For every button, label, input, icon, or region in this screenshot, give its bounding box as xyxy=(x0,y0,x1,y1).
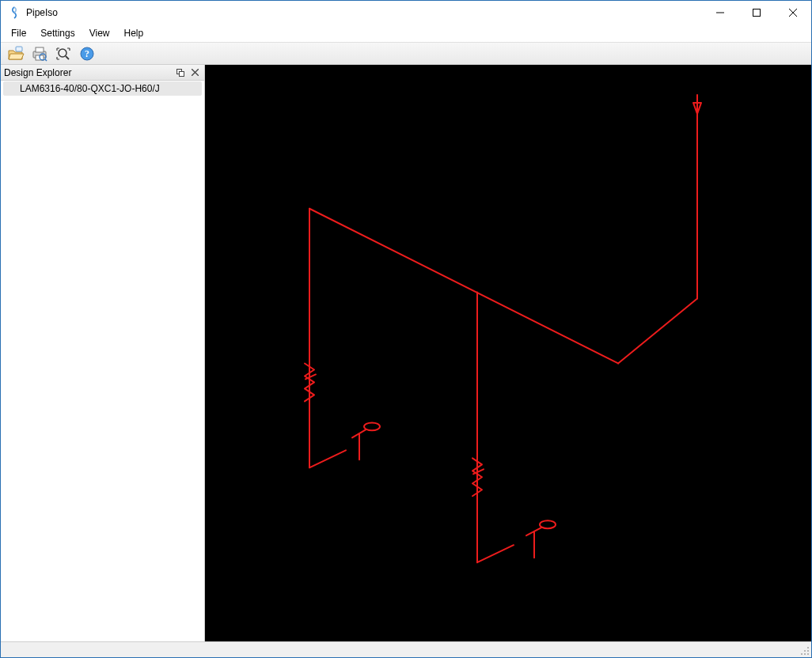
app-window: PipeIso File Settings View Help xyxy=(0,0,812,658)
svg-rect-1 xyxy=(753,9,761,17)
svg-point-38 xyxy=(801,653,803,655)
statusbar xyxy=(1,641,811,657)
titlebar[interactable]: PipeIso xyxy=(1,1,811,25)
zoom-extents-button[interactable] xyxy=(51,43,75,63)
svg-rect-4 xyxy=(16,47,22,51)
maximize-button[interactable] xyxy=(738,1,775,25)
svg-point-39 xyxy=(804,653,806,655)
svg-point-37 xyxy=(807,650,809,652)
svg-point-35 xyxy=(807,647,809,649)
drawing-viewport[interactable] xyxy=(205,65,811,641)
tree-item[interactable]: LAM6316-40/80-QXC1-JO-H60/J xyxy=(3,81,202,96)
panel-header[interactable]: Design Explorer xyxy=(1,65,204,81)
svg-rect-15 xyxy=(180,71,184,76)
svg-rect-6 xyxy=(36,47,44,52)
svg-point-25 xyxy=(364,422,380,430)
svg-line-24 xyxy=(309,450,346,467)
svg-line-22 xyxy=(309,209,618,364)
svg-point-10 xyxy=(59,49,66,57)
window-controls xyxy=(702,1,811,25)
design-explorer-panel: Design Explorer LAM6316-40/80-QXC1-JO-H6… xyxy=(1,65,205,641)
svg-text:?: ? xyxy=(85,48,89,59)
window-title: PipeIso xyxy=(26,7,58,18)
svg-point-31 xyxy=(540,520,556,528)
help-button[interactable]: ? xyxy=(75,43,99,63)
tree-item-label: LAM6316-40/80-QXC1-JO-H60/J xyxy=(20,83,160,94)
svg-line-11 xyxy=(66,56,69,59)
minimize-button[interactable] xyxy=(702,1,738,25)
svg-point-36 xyxy=(804,650,806,652)
isometric-drawing xyxy=(205,65,811,641)
svg-line-9 xyxy=(45,59,47,61)
open-button[interactable] xyxy=(4,43,28,63)
menu-file[interactable]: File xyxy=(4,26,33,40)
menubar: File Settings View Help xyxy=(1,25,811,42)
close-button[interactable] xyxy=(775,1,811,25)
panel-dock-button[interactable] xyxy=(174,66,187,79)
content-area: Design Explorer LAM6316-40/80-QXC1-JO-H6… xyxy=(1,65,811,641)
panel-close-button[interactable] xyxy=(188,66,201,79)
app-logo-icon xyxy=(7,6,21,20)
menu-settings[interactable]: Settings xyxy=(33,26,82,40)
svg-line-30 xyxy=(477,545,514,562)
svg-line-21 xyxy=(618,299,697,364)
menu-help[interactable]: Help xyxy=(117,26,151,40)
svg-point-40 xyxy=(807,653,809,655)
menu-view[interactable]: View xyxy=(82,26,117,40)
toolbar: ? xyxy=(1,42,811,65)
resize-grip-icon[interactable] xyxy=(799,645,810,656)
print-preview-button[interactable] xyxy=(28,43,51,63)
panel-title: Design Explorer xyxy=(4,67,173,78)
panel-body[interactable]: LAM6316-40/80-QXC1-JO-H60/J xyxy=(1,81,204,641)
